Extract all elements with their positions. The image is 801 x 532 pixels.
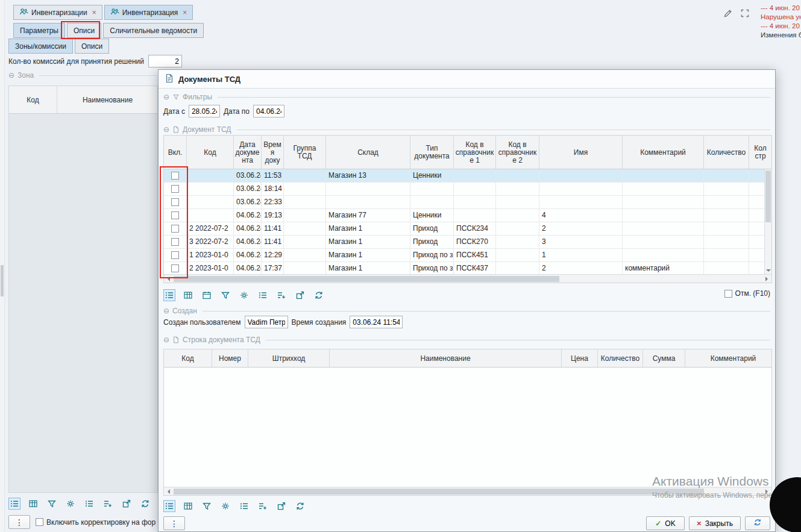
open-external-icon[interactable] <box>121 498 133 510</box>
column-header[interactable]: Наименование <box>57 86 157 114</box>
settings-icon[interactable] <box>219 500 231 512</box>
column-header[interactable]: Цена <box>562 349 598 368</box>
date-to-field[interactable] <box>253 105 284 117</box>
scrollbar-thumb[interactable] <box>765 171 771 222</box>
table-row[interactable]: 03.06.2418:14 <box>164 183 764 196</box>
row-checkbox[interactable] <box>171 225 179 233</box>
close-button[interactable]: × Закрыть <box>689 516 741 530</box>
otm-checkbox[interactable] <box>724 290 732 298</box>
settings-icon[interactable] <box>238 289 250 301</box>
column-header[interactable]: Код в справочнике 2 <box>496 136 539 169</box>
row-checkbox[interactable] <box>171 238 179 246</box>
filter-icon[interactable] <box>201 500 213 512</box>
close-icon[interactable]: × <box>183 9 187 16</box>
column-header[interactable]: Время доку <box>262 136 284 169</box>
row-checkbox[interactable] <box>171 198 179 206</box>
list-view-icon[interactable] <box>163 289 175 301</box>
table-row[interactable]: 2 2023-01-004.06.2417:37Магазин 1Приход … <box>164 262 764 274</box>
column-header[interactable]: Имя <box>539 136 623 169</box>
column-header[interactable]: Тип документа <box>410 136 454 169</box>
row-checkbox[interactable] <box>171 185 179 193</box>
window-tab-inventory[interactable]: Инвентаризация × <box>104 5 193 20</box>
scrollbar-thumb[interactable] <box>174 489 704 495</box>
commissions-count-field[interactable] <box>148 55 182 67</box>
column-header[interactable]: Количество <box>598 349 643 368</box>
numbered-list-icon[interactable] <box>257 289 269 301</box>
column-header[interactable]: Наименование <box>330 349 562 368</box>
doc-table-hscrollbar[interactable] <box>164 274 771 283</box>
calendar-icon[interactable] <box>201 289 213 301</box>
table-row[interactable]: 1 2023-01-004.06.2412:29Магазин 1Приход … <box>164 249 764 262</box>
filter-icon[interactable] <box>46 498 58 510</box>
created-by-field[interactable] <box>245 316 288 328</box>
column-header[interactable]: Дата документа <box>234 136 262 169</box>
tab-zones-commissions[interactable]: Зоны/комиссии <box>8 39 73 54</box>
doc-table-vscrollbar[interactable] <box>764 169 771 274</box>
column-header[interactable]: Код <box>164 349 212 368</box>
refresh-icon[interactable] <box>313 289 325 301</box>
table-row[interactable]: 03.06.2422:33 <box>164 196 764 209</box>
filter-icon[interactable] <box>219 289 231 301</box>
column-header[interactable]: Код в справочнике 1 <box>454 136 496 169</box>
column-header[interactable]: Комментарий <box>685 349 771 368</box>
scroll-left-icon[interactable] <box>165 277 170 281</box>
window-tab-inventories[interactable]: Инвентаризации × <box>13 5 102 20</box>
collapse-icon[interactable]: ⊖ <box>163 336 169 344</box>
row-checkbox[interactable] <box>171 211 179 219</box>
collapse-icon[interactable]: ⊖ <box>163 307 169 315</box>
menu-dots-button[interactable]: ⋮ <box>8 515 30 529</box>
row-checkbox[interactable] <box>171 251 179 259</box>
scroll-left-icon[interactable] <box>165 489 170 494</box>
open-external-icon[interactable] <box>275 500 287 512</box>
list-view-icon[interactable] <box>8 498 20 510</box>
list-add-icon[interactable] <box>257 500 269 512</box>
date-from-field[interactable] <box>189 105 220 117</box>
table-row[interactable]: 03.06.2411:53Магазин 13Ценники <box>164 169 764 183</box>
column-header[interactable]: Кол стр <box>749 136 771 169</box>
column-header[interactable]: Комментарий <box>623 136 704 169</box>
column-header[interactable]: Код <box>187 136 234 169</box>
tab-comparison-sheets[interactable]: Сличительные ведомости <box>103 23 204 38</box>
window-scrollbar-thumb[interactable] <box>1 265 4 296</box>
table-view-icon[interactable] <box>182 500 194 512</box>
tab-opisi-inner[interactable]: Описи <box>75 39 109 54</box>
column-header[interactable]: Штрихкод <box>248 349 330 368</box>
numbered-list-icon[interactable] <box>238 500 250 512</box>
open-external-icon[interactable] <box>294 289 306 301</box>
fullscreen-icon[interactable] <box>739 7 751 19</box>
collapse-icon[interactable]: ⊖ <box>163 93 169 101</box>
close-icon[interactable]: × <box>92 9 96 16</box>
scrollbar-thumb[interactable] <box>174 276 559 282</box>
tab-parameters[interactable]: Параметры <box>13 23 65 38</box>
list-add-icon[interactable] <box>275 289 287 301</box>
row-checkbox[interactable] <box>171 172 179 180</box>
list-view-icon[interactable] <box>163 500 175 512</box>
ok-button[interactable]: ✓ OK <box>646 516 685 530</box>
table-view-icon[interactable] <box>27 498 39 510</box>
column-header[interactable]: Количество <box>704 136 749 169</box>
numbered-list-icon[interactable] <box>83 498 95 510</box>
collapse-icon[interactable]: ⊖ <box>8 71 14 80</box>
table-row[interactable]: 3 2022-07-204.06.2411:41Магазин 1ПриходП… <box>164 236 764 249</box>
column-header[interactable]: Группа ТСД <box>284 136 326 169</box>
table-row[interactable]: 2 2022-07-204.06.2411:41Магазин 1ПриходП… <box>164 222 764 236</box>
refresh-icon[interactable] <box>139 498 151 510</box>
column-header[interactable]: Склад <box>326 136 410 169</box>
scroll-right-icon[interactable] <box>765 277 770 281</box>
column-header[interactable]: Код <box>9 86 57 114</box>
row-checkbox[interactable] <box>171 264 179 272</box>
table-view-icon[interactable] <box>182 289 194 301</box>
settings-icon[interactable] <box>64 498 77 510</box>
refresh-icon[interactable] <box>294 500 306 512</box>
window-vertical-scrollbar[interactable] <box>0 0 5 532</box>
list-add-icon[interactable] <box>102 498 114 510</box>
created-time-field[interactable] <box>350 316 403 328</box>
refresh-button[interactable] <box>745 516 770 530</box>
tab-opisi[interactable]: Описи <box>67 23 101 38</box>
table-row[interactable]: 04.06.2419:13Магазин 77Ценники4 <box>164 209 764 222</box>
correction-checkbox[interactable] <box>36 518 43 526</box>
column-header[interactable]: Номер <box>212 349 248 368</box>
menu-dots-button[interactable]: ⋮ <box>163 516 185 530</box>
column-header[interactable]: Вкл. <box>164 136 187 169</box>
scroll-down-icon[interactable] <box>766 269 771 274</box>
